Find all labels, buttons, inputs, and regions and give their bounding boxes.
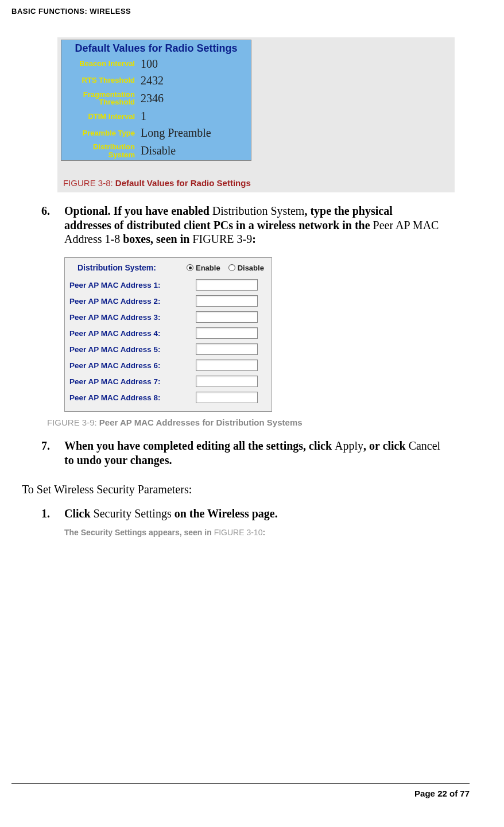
note-t3: : xyxy=(262,528,265,537)
step-7-t2: Apply xyxy=(335,439,363,452)
mac-input-3[interactable] xyxy=(196,311,258,323)
footer-divider xyxy=(11,783,470,784)
value-fragmentation-threshold: 2346 xyxy=(138,92,164,105)
label-beacon-interval: Beacon Interval xyxy=(65,60,138,68)
label-dtim-interval: DTIM Interval xyxy=(65,113,138,121)
mac-label-8: Peer AP MAC Address 8: xyxy=(69,393,196,402)
step-6-text: Optional. If you have enabled Distributi… xyxy=(64,204,470,246)
mac-row-2: Peer AP MAC Address 2: xyxy=(69,293,267,309)
step-6-t6: FIGURE 3-9 xyxy=(192,233,252,245)
mac-row-8: Peer AP MAC Address 8: xyxy=(69,389,267,405)
row-distribution-system: Distribution System Disable xyxy=(61,141,251,160)
page-header: BASIC FUNCTIONS: WIRELESS xyxy=(11,7,470,16)
step-7-number: 7. xyxy=(41,439,64,467)
page-footer: Page 22 of 77 xyxy=(11,783,470,798)
row-beacon-interval: Beacon Interval 100 xyxy=(61,56,251,72)
mac-label-3: Peer AP MAC Address 3: xyxy=(69,313,196,322)
mac-label-6: Peer AP MAC Address 6: xyxy=(69,361,196,370)
figure-3-8-number: FIGURE 3-8: xyxy=(63,178,113,188)
label-preamble-type: Preamble Type xyxy=(65,129,138,137)
figure-3-9-title: Peer AP MAC Addresses for Distribution S… xyxy=(99,418,303,427)
step-6-t5: boxes, seen in xyxy=(123,233,192,245)
mac-input-4[interactable] xyxy=(196,327,258,339)
mac-input-6[interactable] xyxy=(196,360,258,371)
step-7-t5: to undo your changes. xyxy=(64,454,172,466)
value-rts-threshold: 2432 xyxy=(138,74,164,87)
distribution-header-row: Distribution System: Enable Disable xyxy=(69,261,267,277)
radio-icon xyxy=(228,264,235,271)
page-number: Page 22 of 77 xyxy=(11,789,470,798)
mac-row-5: Peer AP MAC Address 5: xyxy=(69,341,267,357)
value-preamble-type: Long Preamble xyxy=(138,126,211,140)
mac-label-5: Peer AP MAC Address 5: xyxy=(69,345,196,354)
step-7-t3: , or click xyxy=(363,439,409,452)
value-dtim-interval: 1 xyxy=(138,110,146,123)
figure-3-8-caption: FIGURE 3-8: Default Values for Radio Set… xyxy=(63,178,451,189)
label-rts-threshold: RTS Threshold xyxy=(65,76,138,84)
default-values-panel: Default Values for Radio Settings Beacon… xyxy=(61,40,251,161)
row-rts-threshold: RTS Threshold 2432 xyxy=(61,72,251,89)
figure-3-8-title: Default Values for Radio Settings xyxy=(115,178,251,188)
note-t1: The Security Settings appears, seen in xyxy=(64,528,214,537)
step-6-t2: Distribution System xyxy=(212,204,305,217)
mac-label-2: Peer AP MAC Address 2: xyxy=(69,297,196,306)
mac-row-1: Peer AP MAC Address 1: xyxy=(69,277,267,293)
mac-row-4: Peer AP MAC Address 4: xyxy=(69,325,267,341)
mac-row-6: Peer AP MAC Address 6: xyxy=(69,357,267,373)
step-7-t4: Cancel xyxy=(409,439,441,452)
note-t2: FIGURE 3-10 xyxy=(214,528,263,537)
note-security-settings: The Security Settings appears, seen in F… xyxy=(64,528,470,537)
mac-input-1[interactable] xyxy=(196,279,258,291)
step-1-t1: Click xyxy=(64,507,94,520)
mac-label-7: Peer AP MAC Address 7: xyxy=(69,377,196,386)
disable-label: Disable xyxy=(238,264,264,272)
step-7-text: When you have completed editing all the … xyxy=(64,439,470,467)
mac-label-4: Peer AP MAC Address 4: xyxy=(69,329,196,338)
figure-3-9-caption: FIGURE 3-9: Peer AP MAC Addresses for Di… xyxy=(47,418,470,427)
distribution-system-panel: Distribution System: Enable Disable Peer… xyxy=(64,257,272,412)
step-1-number: 1. xyxy=(41,507,64,520)
step-1-text: Click Security Settings on the Wireless … xyxy=(64,507,470,520)
mac-input-7[interactable] xyxy=(196,376,258,387)
step-1-t3: on the Wireless page. xyxy=(172,507,278,520)
step-6-number: 6. xyxy=(41,204,64,246)
figure-3-8-block: Default Values for Radio Settings Beacon… xyxy=(57,37,455,192)
step-7: 7. When you have completed editing all t… xyxy=(41,439,470,467)
radio-icon xyxy=(187,264,193,271)
row-dtim-interval: DTIM Interval 1 xyxy=(61,108,251,125)
mac-input-8[interactable] xyxy=(196,392,258,403)
label-distribution-system: Distribution System xyxy=(65,143,138,159)
value-distribution-system: Disable xyxy=(138,144,176,157)
row-fragmentation-threshold: Fragmentation Threshold 2346 xyxy=(61,89,251,108)
step-6-t7: : xyxy=(252,233,256,245)
disable-radio[interactable]: Disable xyxy=(228,264,264,272)
label-fragmentation-threshold: Fragmentation Threshold xyxy=(65,91,138,106)
mac-row-3: Peer AP MAC Address 3: xyxy=(69,309,267,325)
row-preamble-type: Preamble Type Long Preamble xyxy=(61,125,251,141)
panel-title: Default Values for Radio Settings xyxy=(61,40,251,56)
mac-input-2[interactable] xyxy=(196,295,258,307)
mac-input-5[interactable] xyxy=(196,343,258,355)
step-1: 1. Click Security Settings on the Wirele… xyxy=(41,507,470,520)
enable-label: Enable xyxy=(196,264,220,272)
enable-radio[interactable]: Enable xyxy=(187,264,220,272)
mac-row-7: Peer AP MAC Address 7: xyxy=(69,373,267,389)
step-6-t1: Optional. If you have enabled xyxy=(64,204,212,217)
step-6: 6. Optional. If you have enabled Distrib… xyxy=(41,204,470,246)
step-1-t2: Security Settings xyxy=(94,507,172,520)
step-7-t1: When you have completed editing all the … xyxy=(64,439,335,452)
figure-3-9-number: FIGURE 3-9: xyxy=(47,418,97,427)
distribution-system-label: Distribution System: xyxy=(77,263,187,272)
value-beacon-interval: 100 xyxy=(138,57,158,71)
mac-label-1: Peer AP MAC Address 1: xyxy=(69,281,196,289)
section-lead-security: To Set Wireless Security Parameters: xyxy=(22,483,470,496)
